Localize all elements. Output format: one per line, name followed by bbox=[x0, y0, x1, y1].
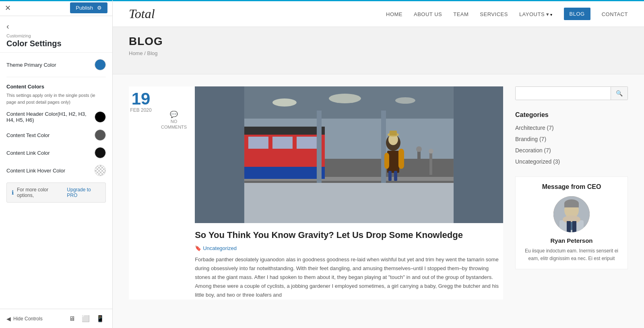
search-button[interactable]: 🔍 bbox=[611, 87, 627, 100]
content-text-color-row: Content Text Color bbox=[6, 129, 106, 141]
comments-icon: 💬 bbox=[170, 111, 178, 118]
breadcrumb-home-link[interactable]: Home bbox=[129, 50, 143, 56]
desktop-view-button[interactable]: 🖥 bbox=[67, 313, 77, 324]
category-count-decoration: (7) bbox=[544, 147, 551, 154]
upgrade-info-row: ℹ For more color options, Upgrade to PRO bbox=[6, 182, 106, 203]
nav-link-team[interactable]: TEAM bbox=[453, 11, 469, 17]
theme-primary-color-row: Theme Primary Color bbox=[6, 59, 106, 70]
content-link-hover-color-swatch[interactable] bbox=[95, 165, 106, 176]
category-item-branding: Branding (7) bbox=[515, 135, 628, 143]
ceo-avatar-image bbox=[553, 196, 590, 232]
svg-rect-23 bbox=[388, 171, 392, 181]
category-name-branding: Branding bbox=[515, 136, 538, 142]
hide-controls-button[interactable]: ◀ Hide Controls bbox=[6, 316, 43, 322]
comments-label: COMMENTS bbox=[161, 125, 187, 129]
content-colors-desc: This settings apply only in the single p… bbox=[6, 92, 106, 105]
category-count-uncategorized: (3) bbox=[553, 158, 560, 165]
nav-item-team[interactable]: TEAM bbox=[453, 10, 469, 18]
category-label[interactable]: Uncategorized bbox=[203, 245, 237, 251]
content-header-color-label: Content Header Color(H1, H2, H3, H4, H5,… bbox=[6, 111, 95, 123]
category-link-uncategorized[interactable]: Uncategorized (3) bbox=[515, 158, 560, 165]
theme-primary-color-swatch[interactable] bbox=[95, 59, 106, 70]
nav-link-blog[interactable]: BLOG bbox=[564, 8, 590, 20]
nav-item-home[interactable]: HOME bbox=[386, 10, 402, 18]
svg-rect-18 bbox=[384, 153, 389, 169]
category-link-branding[interactable]: Branding (7) bbox=[515, 136, 546, 142]
content-link-color-swatch[interactable] bbox=[95, 147, 106, 158]
category-list: Architecture (7) Branding (7) Decoration bbox=[515, 124, 628, 165]
blog-area: 19 FEB 2020 💬 NO COMMENTS bbox=[113, 74, 644, 328]
post-day: 19 bbox=[132, 90, 151, 107]
content-text-color-label: Content Text Color bbox=[6, 132, 50, 138]
nav-link-contact[interactable]: CONTACT bbox=[602, 11, 628, 17]
customizing-label: Customizing bbox=[6, 33, 106, 38]
ceo-avatar bbox=[553, 196, 590, 232]
blog-sidebar: 🔍 Categories Architecture (7) Branding bbox=[515, 86, 628, 316]
post-excerpt: Forbade panther desolately iguanodon ala… bbox=[195, 255, 503, 299]
info-icon: ℹ bbox=[12, 189, 14, 196]
panel-header: ‹ Customizing Color Settings bbox=[0, 16, 112, 53]
svg-rect-10 bbox=[248, 137, 268, 149]
svg-point-3 bbox=[329, 94, 361, 103]
svg-rect-19 bbox=[398, 149, 404, 169]
site-navigation: Total HOME ABOUT US TEAM SERVICES LAYOUT… bbox=[113, 1, 644, 27]
category-item-uncategorized: Uncategorized (3) bbox=[515, 158, 628, 165]
content-text-color-swatch[interactable] bbox=[95, 129, 106, 141]
search-input[interactable] bbox=[516, 87, 611, 100]
category-link-decoration[interactable]: Decoration (7) bbox=[515, 147, 551, 154]
nav-item-blog[interactable]: BLOG bbox=[564, 8, 590, 20]
post-title[interactable]: So You Think You Know Gravity? Let Us Dr… bbox=[195, 230, 503, 241]
svg-point-26 bbox=[416, 146, 422, 152]
blog-post-item: 19 FEB 2020 💬 NO COMMENTS bbox=[129, 86, 503, 299]
sidebar-search: 🔍 bbox=[515, 86, 628, 100]
divider bbox=[6, 77, 106, 77]
panel-footer: ◀ Hide Controls 🖥 ⬜ 📱 bbox=[0, 309, 112, 328]
close-button[interactable]: ✕ bbox=[5, 4, 11, 12]
site-logo[interactable]: Total bbox=[129, 6, 155, 21]
back-button[interactable]: ‹ bbox=[6, 22, 9, 31]
svg-rect-35 bbox=[571, 222, 572, 230]
nav-item-about[interactable]: ABOUT US bbox=[414, 10, 442, 18]
svg-rect-37 bbox=[564, 203, 579, 207]
nav-link-about[interactable]: ABOUT US bbox=[414, 11, 442, 17]
tablet-view-button[interactable]: ⬜ bbox=[80, 313, 91, 324]
nav-link-services[interactable]: SERVICES bbox=[480, 11, 508, 17]
content-link-color-label: Content Link Color bbox=[6, 150, 50, 156]
content-link-color-row: Content Link Color bbox=[6, 147, 106, 158]
gear-icon: ⚙ bbox=[97, 5, 102, 11]
category-name-architecture: Architecture bbox=[515, 125, 545, 131]
svg-point-4 bbox=[395, 97, 415, 104]
svg-rect-13 bbox=[244, 167, 325, 179]
svg-rect-14 bbox=[317, 111, 322, 183]
main-content: Total HOME ABOUT US TEAM SERVICES LAYOUT… bbox=[113, 0, 644, 328]
mobile-view-button[interactable]: 📱 bbox=[95, 313, 106, 324]
nav-item-contact[interactable]: CONTACT bbox=[602, 10, 628, 18]
nav-item-layouts[interactable]: LAYOUTS ▾ bbox=[519, 10, 553, 18]
info-text: For more color options, bbox=[17, 187, 64, 198]
post-meta-column: 💬 NO COMMENTS bbox=[161, 86, 187, 299]
back-arrow-icon: ‹ bbox=[6, 22, 9, 31]
hide-controls-label: Hide Controls bbox=[13, 316, 43, 322]
svg-rect-25 bbox=[417, 151, 421, 175]
publish-button[interactable]: Publish ⚙ bbox=[70, 2, 107, 13]
breadcrumb: Home / Blog bbox=[129, 50, 628, 56]
panel-title: Color Settings bbox=[6, 39, 106, 48]
category-name-decoration: Decoration bbox=[515, 147, 543, 154]
site-menu: HOME ABOUT US TEAM SERVICES LAYOUTS ▾ BL… bbox=[386, 8, 628, 20]
post-image bbox=[195, 86, 503, 223]
svg-rect-22 bbox=[390, 131, 397, 135]
post-content-below: So You Think You Know Gravity? Let Us Dr… bbox=[195, 223, 503, 299]
blog-main: 19 FEB 2020 💬 NO COMMENTS bbox=[129, 86, 503, 316]
upgrade-link[interactable]: Upgrade to PRO bbox=[67, 187, 101, 198]
nav-link-layouts[interactable]: LAYOUTS ▾ bbox=[519, 11, 549, 17]
svg-rect-24 bbox=[394, 171, 397, 181]
category-item-architecture: Architecture (7) bbox=[515, 124, 628, 131]
content-header-color-swatch[interactable] bbox=[95, 111, 106, 123]
category-count-branding: (7) bbox=[539, 136, 546, 142]
post-image-content: So You Think You Know Gravity? Let Us Dr… bbox=[195, 86, 503, 299]
category-link-architecture[interactable]: Architecture (7) bbox=[515, 125, 554, 131]
nav-item-services[interactable]: SERVICES bbox=[480, 10, 508, 18]
breadcrumb-current: Blog bbox=[147, 50, 158, 56]
ceo-description: Eu iisque indoctum eam. Inermis senserit… bbox=[522, 247, 621, 262]
nav-link-home[interactable]: HOME bbox=[386, 11, 402, 17]
